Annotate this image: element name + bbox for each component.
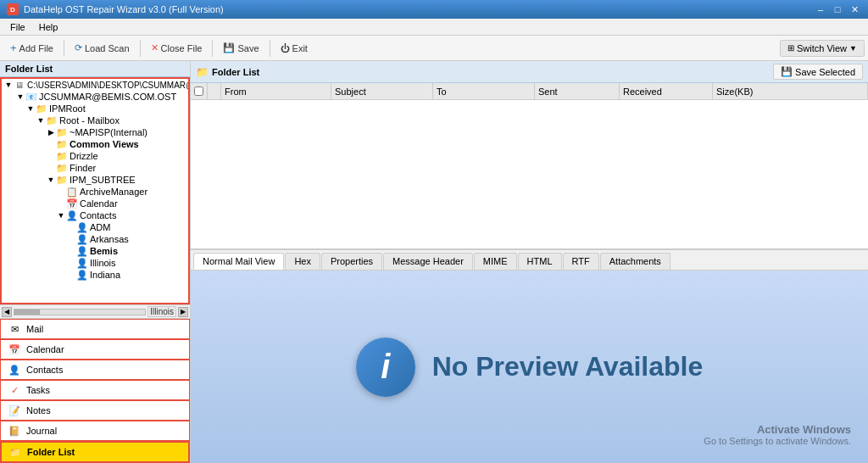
computer-icon: 🖥 xyxy=(14,80,25,90)
tree-item-adm[interactable]: 👤 ADM xyxy=(2,221,188,233)
window-controls: – □ ✕ xyxy=(814,3,861,16)
tree-item-bemis[interactable]: 👤 Bemis xyxy=(2,245,188,257)
tree-toggle-root[interactable]: ▼ xyxy=(3,80,14,90)
th-subject[interactable]: Subject xyxy=(331,83,433,99)
th-checkbox[interactable] xyxy=(191,83,208,99)
select-all-checkbox[interactable] xyxy=(194,86,203,96)
tree-toggle-mailbox[interactable]: ▼ xyxy=(36,115,46,126)
add-file-button[interactable]: + Add File xyxy=(3,39,60,57)
tree-item-contacts[interactable]: ▼ 👤 Contacts xyxy=(2,209,188,221)
save-icon: 💾 xyxy=(223,42,235,53)
adm-icon: 👤 xyxy=(76,222,88,232)
folder-list-nav-icon: 📁 xyxy=(8,446,22,458)
scroll-track[interactable] xyxy=(14,309,146,315)
tree-toggle-ost[interactable]: ▼ xyxy=(15,92,25,102)
right-panel-header: 📁 Folder List 💾 Save Selected xyxy=(191,61,868,83)
tree-item-indiana[interactable]: 👤 Indiana xyxy=(2,269,188,281)
nav-items: ✉ Mail 📅 Calendar 👤 Contacts ✓ Tasks 📝 N… xyxy=(0,318,190,463)
nav-item-calendar[interactable]: 📅 Calendar xyxy=(0,339,190,360)
tree-item-calendar[interactable]: 📅 Calendar xyxy=(2,198,188,209)
tree-item-illinois[interactable]: 👤 Illinois xyxy=(2,257,188,269)
toolbar-sep-2 xyxy=(140,40,141,57)
tree-item-mapisp[interactable]: ▶ 📁 ~MAPISP(Internal) xyxy=(2,126,188,138)
th-received[interactable]: Received xyxy=(620,83,713,99)
notes-nav-icon: 📝 xyxy=(8,404,21,416)
contacts-tree-label: Contacts xyxy=(80,210,116,220)
tab-rtf[interactable]: RTF xyxy=(563,253,599,270)
nav-item-journal[interactable]: 📔 Journal xyxy=(0,421,190,441)
tab-mime[interactable]: MIME xyxy=(474,253,517,270)
finder-icon: 📁 xyxy=(56,163,68,173)
calendar-tree-icon: 📅 xyxy=(66,198,78,209)
journal-nav-label: Journal xyxy=(26,426,57,436)
tree-item-ost[interactable]: ▼ 📧 JCSUMMAR@BEMIS.COM.OST xyxy=(2,91,188,103)
switch-view-button[interactable]: ⊞ Switch View ▼ xyxy=(780,40,865,57)
save-selected-button[interactable]: 💾 Save Selected xyxy=(773,64,863,80)
title-bar: D DataHelp OST Repair Wizard v3.0 (Full … xyxy=(0,0,868,19)
menu-help[interactable]: Help xyxy=(32,20,65,34)
close-button[interactable]: ✕ xyxy=(848,3,861,16)
tree-scrollbar[interactable]: ◀ Illinois ▶ xyxy=(0,304,190,318)
toolbar-sep-1 xyxy=(64,40,64,57)
calendar-nav-label: Calendar xyxy=(26,344,64,354)
illinois-icon: 👤 xyxy=(76,258,88,268)
activate-windows-title: Activate Windows xyxy=(704,423,851,436)
tree-item-finder[interactable]: 📁 Finder xyxy=(2,162,188,174)
minimize-button[interactable]: – xyxy=(814,3,827,16)
menu-file[interactable]: File xyxy=(3,20,32,34)
tree-item-mailbox[interactable]: ▼ 📁 Root - Mailbox xyxy=(2,114,188,126)
archive-icon: 📋 xyxy=(66,187,78,197)
tab-attachments[interactable]: Attachments xyxy=(600,253,670,270)
scroll-left-button[interactable]: ◀ xyxy=(2,307,12,317)
tree-toggle-ipmroot[interactable]: ▼ xyxy=(25,103,36,114)
nav-item-notes[interactable]: 📝 Notes xyxy=(0,400,190,421)
mapisp-label: ~MAPISP(Internal) xyxy=(70,127,147,137)
add-file-icon: + xyxy=(10,42,17,54)
tree-toggle-mapisp[interactable]: ▶ xyxy=(46,127,56,137)
tree-item-arkansas[interactable]: 👤 Arkansas xyxy=(2,233,188,245)
nav-item-tasks[interactable]: ✓ Tasks xyxy=(0,380,190,400)
arkansas-label: Arkansas xyxy=(90,234,129,244)
activate-windows-subtitle: Go to Settings to activate Windows. xyxy=(704,436,851,446)
tree-item-archive[interactable]: 📋 ArchiveManager xyxy=(2,186,188,198)
tree-item-drizzle[interactable]: 📁 Drizzle xyxy=(2,150,188,162)
ipmroot-icon: 📁 xyxy=(36,103,47,114)
tree-item-common-views[interactable]: 📁 Common Views xyxy=(2,138,188,150)
tree-item-ipmroot[interactable]: ▼ 📁 IPMRoot xyxy=(2,103,188,114)
scroll-right-button[interactable]: ▶ xyxy=(178,307,188,317)
folder-icon-right: 📁 xyxy=(196,66,209,78)
tasks-nav-label: Tasks xyxy=(26,385,50,395)
app-icon: D xyxy=(7,3,19,15)
tab-html[interactable]: HTML xyxy=(518,253,562,270)
th-from[interactable]: From xyxy=(221,83,331,99)
scroll-thumb[interactable] xyxy=(14,310,40,315)
tab-hex[interactable]: Hex xyxy=(285,253,320,270)
common-views-label: Common Views xyxy=(70,139,139,149)
tab-message-header[interactable]: Message Header xyxy=(383,253,473,270)
save-button[interactable]: 💾 Save xyxy=(216,40,265,56)
nav-item-contacts[interactable]: 👤 Contacts xyxy=(0,360,190,380)
th-to[interactable]: To xyxy=(433,83,535,99)
mail-nav-label: Mail xyxy=(26,324,43,334)
exit-icon: ⏻ xyxy=(281,43,290,53)
archive-label: ArchiveManager xyxy=(80,187,147,197)
illinois-label: Illinois xyxy=(90,258,116,268)
th-sent[interactable]: Sent xyxy=(535,83,620,99)
close-file-button[interactable]: ✕ Close File xyxy=(144,40,209,56)
th-size[interactable]: Size(KB) xyxy=(713,83,868,99)
tab-properties[interactable]: Properties xyxy=(321,253,382,270)
tree-toggle-contacts[interactable]: ▼ xyxy=(56,210,66,220)
tree-container[interactable]: ▼ 🖥 C:\USERS\ADMIN\DESKTOP\CSUMMAR@E... … xyxy=(0,77,190,304)
finder-label: Finder xyxy=(70,163,96,173)
load-scan-button[interactable]: ⟳ Load Scan xyxy=(68,40,136,56)
adm-label: ADM xyxy=(90,222,110,232)
tree-item-root[interactable]: ▼ 🖥 C:\USERS\ADMIN\DESKTOP\CSUMMAR@E... xyxy=(2,79,188,91)
nav-item-folder-list[interactable]: 📁 Folder List xyxy=(0,441,190,463)
tree-toggle-subtree[interactable]: ▼ xyxy=(46,175,56,185)
nav-item-mail[interactable]: ✉ Mail xyxy=(0,319,190,339)
root-path-label: C:\USERS\ADMIN\DESKTOP\CSUMMAR@E... xyxy=(27,81,190,90)
exit-button[interactable]: ⏻ Exit xyxy=(274,41,314,56)
maximize-button[interactable]: □ xyxy=(831,3,844,16)
tab-normal-mail-view[interactable]: Normal Mail View xyxy=(193,253,284,270)
tree-item-ipm-subtree[interactable]: ▼ 📁 IPM_SUBTREE xyxy=(2,174,188,186)
